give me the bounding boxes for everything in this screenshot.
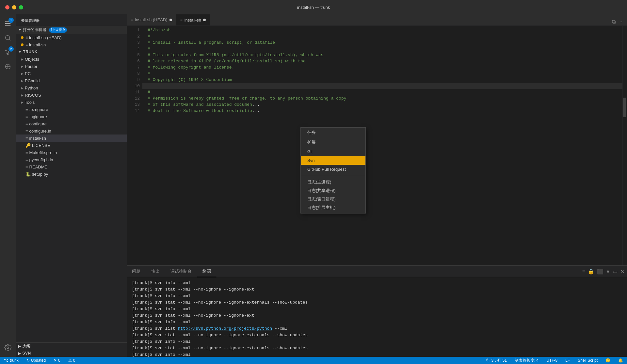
svn-label: SVN [23, 351, 31, 356]
status-branch[interactable]: ⌥ trunk [3, 357, 20, 364]
tree-item-pyconfig[interactable]: ≡ pyconfig.h.in [16, 156, 127, 163]
sidebar-item-settings[interactable] [1, 341, 14, 354]
menu-item-log-window[interactable]: 日志(窗口进程) [301, 195, 365, 203]
outline-section[interactable]: ▶ 大纲 [16, 342, 127, 350]
file-icon-pyc: ≡ [25, 157, 28, 162]
warning-count: 0 [73, 358, 75, 363]
panel-tab-output[interactable]: 输出 [146, 266, 165, 277]
filter-icon[interactable]: ≡ [582, 268, 585, 274]
close-panel-icon[interactable]: ✕ [620, 268, 624, 275]
tree-item-license[interactable]: 🔑 LICENSE [16, 142, 127, 149]
open-file-current[interactable]: ≡ install-sh [16, 41, 127, 48]
status-warnings[interactable]: ⚠ 0 [67, 357, 77, 364]
status-encoding[interactable]: UTF-8 [545, 357, 559, 364]
menu-item-log-ext[interactable]: 日志(扩展主机) [301, 203, 365, 212]
tree-item-objects[interactable]: ▶ Objects [16, 55, 127, 63]
sidebar-item-explorer[interactable]: 1 [1, 17, 14, 30]
status-emoji[interactable]: 🙂 [604, 357, 612, 364]
code-line-10 [142, 83, 627, 89]
menu-item-github[interactable]: GitHub Pull Request [301, 165, 365, 174]
sidebar: 资源管理器 ▼ 打开的编辑器 1个未保存 ≡ install-sh (HEAD)… [16, 14, 127, 357]
terminal-line-12: [trunk]$ svn info --xml [132, 352, 622, 357]
tree-item-configure[interactable]: ≡ configure [16, 120, 127, 127]
tree-item-install-sh[interactable]: ≡ install-sh [16, 135, 127, 142]
menu-item-git[interactable]: Git [301, 147, 365, 156]
terminal-line-11: [trunk]$ svn stat --xml --no-ignore --ig… [132, 345, 622, 352]
code-editor[interactable]: #!/bin/sh # # install - install a progra… [142, 26, 627, 265]
menu-item-log-main[interactable]: 日志(主进程) [301, 178, 365, 186]
editor-content[interactable]: 1 2 3 4 5 6 7 8 9 10 11 12 13 14 #!/bin/… [127, 26, 627, 265]
trunk-label: TRUNK [23, 50, 38, 54]
tree-item-pcbuild[interactable]: ▶ PCbuild [16, 77, 127, 84]
status-line-col[interactable]: 行 3，列 51 [485, 357, 508, 364]
tab-icon-2: ≡ [180, 18, 183, 22]
menu-item-svn[interactable]: Svn [301, 156, 365, 165]
tree-item-tools[interactable]: ▶ Tools [16, 99, 127, 106]
tree-item-readme[interactable]: ≡ README [16, 163, 127, 170]
code-line-3: # install - install a program, script, o… [142, 40, 627, 46]
menu-item-tasks[interactable]: 任务 [301, 128, 365, 137]
panel-tab-label-problems: 问题 [132, 268, 140, 274]
tab-install-sh[interactable]: ≡ install-sh [176, 14, 210, 25]
code-line-9: # Copyright (C) 1994 X Consortium [142, 77, 627, 83]
menu-item-log-shared[interactable]: 日志(共享进程) [301, 186, 365, 195]
tree-item-configure-in[interactable]: ≡ configure.in [16, 127, 127, 135]
tree-item-python[interactable]: ▶ Python [16, 84, 127, 91]
more-actions-button[interactable]: ··· [619, 18, 624, 25]
tree-item-makefile[interactable]: ≡ Makefile.pre.in [16, 149, 127, 156]
tree-item-bzrignore[interactable]: ≡ .bzrignore [16, 106, 127, 113]
status-language[interactable]: Shell Script [576, 357, 599, 364]
tree-item-hgignore[interactable]: ≡ .hgignore [16, 113, 127, 120]
svn-section[interactable]: ▶ SVN [16, 350, 127, 357]
code-line-2: # [142, 33, 627, 40]
folder-name-python: Python [25, 86, 38, 90]
sidebar-item-search[interactable] [1, 31, 14, 44]
context-menu[interactable]: 任务 扩展 Git Svn GitHub Pull Request 日志(主 [300, 127, 366, 214]
menu-label-svn: Svn [307, 158, 314, 163]
scrollbar-gutter[interactable] [622, 26, 627, 265]
menu-label-tasks: 任务 [307, 130, 316, 135]
tab-install-head[interactable]: ≡ install-sh (HEAD) [127, 14, 176, 25]
maximize-panel-icon[interactable]: ▭ [613, 268, 618, 275]
terminal-content[interactable]: [trunk]$ svn info --xml [trunk]$ svn sta… [127, 277, 627, 357]
status-tab-size[interactable]: 制表符长度: 4 [513, 357, 540, 364]
svg-point-0 [6, 36, 10, 40]
close-button[interactable] [5, 5, 9, 9]
svn-link[interactable]: http://svn.python.org/projects/python [178, 326, 272, 331]
open-file-head[interactable]: ≡ install-sh (HEAD) [16, 34, 127, 41]
minimize-button[interactable] [12, 5, 16, 9]
menu-item-extensions[interactable]: 扩展 [301, 137, 365, 147]
sidebar-item-extensions[interactable] [1, 60, 14, 73]
tab-label-1: install-sh (HEAD) [135, 17, 168, 22]
status-sync[interactable]: ↻ Updated [25, 357, 47, 364]
scrollbar-thumb[interactable] [623, 98, 626, 117]
filename-makefile: Makefile.pre.in [29, 150, 57, 155]
svg-point-1 [6, 50, 7, 51]
filename-configure-in: configure.in [29, 129, 51, 134]
status-bell[interactable]: 🔔 [617, 357, 624, 364]
panel-tab-problems[interactable]: 问题 [127, 266, 146, 277]
menu-label-git: Git [307, 149, 313, 154]
tree-item-riscos[interactable]: ▶ RISCOS [16, 91, 127, 99]
lock-icon[interactable]: 🔒 [588, 268, 594, 275]
folder-arrow-objects: ▶ [21, 57, 24, 61]
tree-item-parser[interactable]: ▶ Parser [16, 63, 127, 70]
open-editors-section[interactable]: ▼ 打开的编辑器 1个未保存 [16, 26, 127, 34]
trunk-section[interactable]: ▼ TRUNK [16, 48, 127, 55]
outline-arrow: ▶ [18, 344, 21, 348]
tree-item-setup-py[interactable]: 🐍 setup.py [16, 170, 127, 178]
chevron-up-icon[interactable]: ∧ [606, 268, 610, 275]
split-panel-icon[interactable]: ⬛ [597, 268, 603, 275]
status-errors[interactable]: ✕ 0 [52, 357, 62, 364]
status-line-ending[interactable]: LF [564, 357, 571, 364]
titlebar: install-sh — trunk [0, 0, 627, 14]
panel-tab-debug[interactable]: 调试控制台 [165, 266, 197, 277]
panel-tab-label-debug: 调试控制台 [170, 268, 192, 274]
panel-tab-terminal[interactable]: 终端 [197, 266, 217, 277]
maximize-button[interactable] [19, 5, 23, 9]
sidebar-item-git[interactable]: 2 [1, 46, 14, 59]
window-controls[interactable] [5, 5, 23, 9]
svn-arrow: ▶ [18, 352, 21, 355]
split-editor-button[interactable]: ⧉ [611, 18, 616, 25]
tree-item-pc[interactable]: ▶ PC [16, 70, 127, 77]
